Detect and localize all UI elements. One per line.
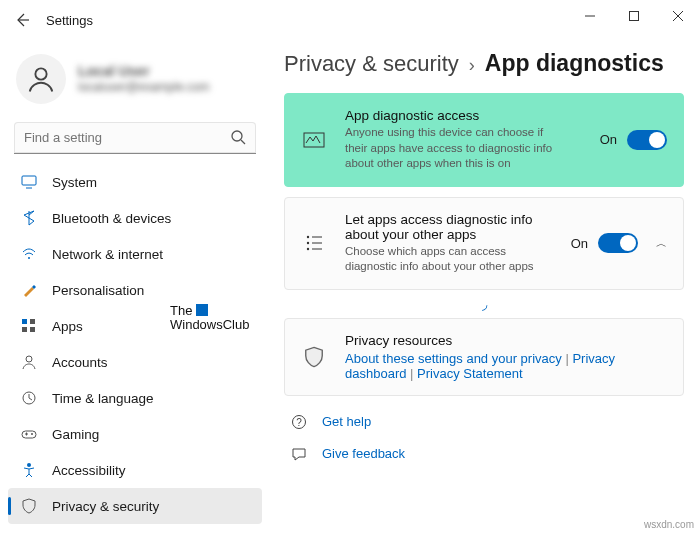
search-icon [230, 129, 246, 148]
sidebar-item-label: Gaming [52, 427, 99, 442]
svg-point-20 [307, 236, 309, 238]
help-icon: ? [290, 414, 308, 430]
diagnostics-icon [301, 129, 327, 151]
sidebar-item-label: Privacy & security [52, 499, 159, 514]
shield-icon [301, 346, 327, 368]
svg-line-6 [241, 140, 245, 144]
svg-rect-16 [22, 431, 36, 438]
toggle-state-label: On [600, 132, 617, 147]
breadcrumb-parent[interactable]: Privacy & security [284, 51, 459, 77]
avatar [16, 54, 66, 104]
page-title: App diagnostics [485, 50, 664, 77]
svg-point-17 [31, 433, 33, 435]
sidebar-item-label: Time & language [52, 391, 154, 406]
sidebar-item-update[interactable]: Windows Update [8, 524, 262, 534]
card-title: App diagnostic access [345, 108, 582, 123]
svg-rect-12 [22, 327, 27, 332]
svg-rect-1 [630, 12, 639, 21]
card-title: Privacy resources [345, 333, 667, 348]
svg-rect-11 [30, 319, 35, 324]
svg-rect-13 [30, 327, 35, 332]
svg-point-22 [307, 248, 309, 250]
sidebar-item-accounts[interactable]: Accounts [8, 344, 262, 380]
sidebar-item-label: Bluetooth & devices [52, 211, 171, 226]
loading-spinner: ◞ [284, 296, 684, 312]
apps-icon [20, 317, 38, 335]
svg-point-21 [307, 242, 309, 244]
sidebar-item-network[interactable]: Network & internet [8, 236, 262, 272]
chevron-right-icon: › [469, 55, 475, 76]
minimize-button[interactable] [568, 0, 612, 32]
chevron-up-icon[interactable]: ︿ [656, 236, 667, 251]
svg-point-18 [27, 463, 31, 467]
sidebar-item-time[interactable]: Time & language [8, 380, 262, 416]
wifi-icon [20, 245, 38, 263]
svg-point-14 [26, 356, 32, 362]
sidebar-item-bluetooth[interactable]: Bluetooth & devices [8, 200, 262, 236]
svg-rect-10 [22, 319, 27, 324]
sidebar-item-personalisation[interactable]: Personalisation [8, 272, 262, 308]
clock-icon [20, 389, 38, 407]
breadcrumb: Privacy & security › App diagnostics [284, 50, 684, 77]
feedback-label: Give feedback [322, 446, 405, 461]
accessibility-icon [20, 461, 38, 479]
sidebar-item-privacy[interactable]: Privacy & security [8, 488, 262, 524]
person-icon [20, 353, 38, 371]
card-privacy-resources: Privacy resources About these settings a… [284, 318, 684, 396]
toggle-diagnostic-access[interactable] [627, 130, 667, 150]
svg-point-5 [232, 131, 242, 141]
give-feedback-link[interactable]: Give feedback [284, 438, 684, 470]
sidebar-item-label: Apps [52, 319, 83, 334]
toggle-let-apps[interactable] [598, 233, 638, 253]
toggle-state-label: On [571, 236, 588, 251]
sidebar-item-label: Accessibility [52, 463, 126, 478]
close-button[interactable] [656, 0, 700, 32]
watermark: The WindowsClub [170, 304, 249, 333]
search-box[interactable] [14, 122, 256, 154]
card-title: Let apps access diagnostic info about yo… [345, 212, 553, 242]
display-icon [20, 173, 38, 191]
svg-point-4 [35, 68, 46, 79]
svg-text:?: ? [296, 417, 302, 428]
sidebar-item-accessibility[interactable]: Accessibility [8, 452, 262, 488]
sidebar-item-label: Personalisation [52, 283, 144, 298]
card-let-apps-access[interactable]: Let apps access diagnostic info about yo… [284, 197, 684, 290]
svg-rect-7 [22, 176, 36, 185]
card-subtitle: Anyone using this device can choose if t… [345, 125, 555, 172]
svg-point-9 [28, 257, 30, 259]
sidebar-item-label: System [52, 175, 97, 190]
sidebar-item-gaming[interactable]: Gaming [8, 416, 262, 452]
list-settings-icon [301, 233, 327, 253]
card-diagnostic-access: App diagnostic access Anyone using this … [284, 93, 684, 187]
get-help-link[interactable]: ? Get help [284, 406, 684, 438]
maximize-button[interactable] [612, 0, 656, 32]
sidebar-item-label: Network & internet [52, 247, 163, 262]
shield-icon [20, 497, 38, 515]
gaming-icon [20, 425, 38, 443]
search-input[interactable] [14, 122, 256, 154]
window-title: Settings [46, 13, 93, 28]
footer-watermark: wsxdn.com [644, 519, 694, 530]
sidebar-item-label: Accounts [52, 355, 108, 370]
feedback-icon [290, 446, 308, 462]
link-privacy-statement[interactable]: Privacy Statement [417, 366, 523, 381]
brush-icon [20, 281, 38, 299]
back-button[interactable] [8, 6, 36, 34]
user-info: Local User localuser@example.com [78, 62, 210, 96]
link-about-settings[interactable]: About these settings and your privacy [345, 351, 562, 366]
bluetooth-icon [20, 209, 38, 227]
user-account[interactable]: Local User localuser@example.com [8, 46, 262, 118]
help-label: Get help [322, 414, 371, 429]
sidebar-item-system[interactable]: System [8, 164, 262, 200]
card-subtitle: Choose which apps can access diagnostic … [345, 244, 553, 275]
